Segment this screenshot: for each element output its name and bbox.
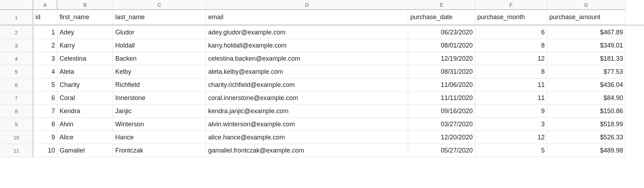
select-all-corner[interactable]	[0, 0, 33, 10]
cell-B6[interactable]: Charity	[57, 78, 113, 92]
cell-C3[interactable]: Holdall	[113, 39, 206, 52]
cell-A7[interactable]: 6	[33, 92, 57, 105]
cell-E6[interactable]: 11/06/2020	[408, 78, 475, 92]
cell-E4[interactable]: 12/19/2020	[408, 52, 475, 65]
cell-F8[interactable]: 9	[475, 105, 547, 118]
cell-E10[interactable]: 12/20/2020	[408, 131, 475, 144]
cell-D10[interactable]: alice.hance@example.com	[206, 131, 408, 144]
cell-A4[interactable]: 3	[33, 52, 57, 65]
row-header-11[interactable]: 11	[0, 144, 33, 157]
cell-E11[interactable]: 05/27/2020	[408, 144, 475, 157]
cell-F4[interactable]: 12	[475, 52, 547, 65]
cell-B4[interactable]: Celestina	[57, 52, 113, 65]
cell-G9[interactable]: $518.99	[547, 118, 626, 131]
cell-B10[interactable]: Alice	[57, 131, 113, 144]
cell-A10[interactable]: 9	[33, 131, 57, 144]
cell-E5[interactable]: 08/31/2020	[408, 65, 475, 78]
cell-D11[interactable]: gamaliel.frontczak@example.com	[206, 144, 408, 157]
cell-C4[interactable]: Backen	[113, 52, 206, 65]
row-header-2[interactable]: 2	[0, 26, 33, 39]
row-header-9[interactable]: 9	[0, 118, 33, 131]
cell-G4[interactable]: $181.33	[547, 52, 626, 65]
cell-D1[interactable]: email	[206, 10, 408, 24]
cell-G6[interactable]: $436.04	[547, 78, 626, 92]
cell-E1[interactable]: purchase_date	[408, 10, 475, 24]
cell-F6[interactable]: 11	[475, 78, 547, 92]
row-header-8[interactable]: 8	[0, 105, 33, 118]
cell-E8[interactable]: 09/16/2020	[408, 105, 475, 118]
col-header-B[interactable]: B	[57, 0, 113, 10]
cell-B3[interactable]: Karry	[57, 39, 113, 52]
cell-C5[interactable]: Kelby	[113, 65, 206, 78]
cell-G8[interactable]: $150.86	[547, 105, 626, 118]
cell-A11[interactable]: 10	[33, 144, 57, 157]
cell-B11[interactable]: Gamaliel	[57, 144, 113, 157]
cell-E2[interactable]: 06/23/2020	[408, 26, 475, 39]
cell-B2[interactable]: Adey	[57, 26, 113, 39]
cell-C11[interactable]: Frontczak	[113, 144, 206, 157]
cell-E7[interactable]: 11/11/2020	[408, 92, 475, 105]
row-header-4[interactable]: 4	[0, 52, 33, 65]
cell-F10[interactable]: 12	[475, 131, 547, 144]
cell-F9[interactable]: 3	[475, 118, 547, 131]
cell-B8[interactable]: Kendra	[57, 105, 113, 118]
row-header-10[interactable]: 10	[0, 131, 33, 144]
row-header-6[interactable]: 6	[0, 78, 33, 92]
row-header-5[interactable]: 5	[0, 65, 33, 78]
cell-A8[interactable]: 7	[33, 105, 57, 118]
cell-B5[interactable]: Aleta	[57, 65, 113, 78]
cell-D7[interactable]: coral.innerstone@example.com	[206, 92, 408, 105]
cell-G1[interactable]: purchase_amount	[547, 10, 626, 24]
cell-A6[interactable]: 5	[33, 78, 57, 92]
cell-F5[interactable]: 8	[475, 65, 547, 78]
cell-D2[interactable]: adey.gludor@example.com	[206, 26, 408, 39]
cell-A9[interactable]: 8	[33, 118, 57, 131]
cell-F7[interactable]: 11	[475, 92, 547, 105]
row-header-1[interactable]: 1	[0, 10, 33, 24]
cell-B7[interactable]: Coral	[57, 92, 113, 105]
cell-E3[interactable]: 08/01/2020	[408, 39, 475, 52]
col-header-E[interactable]: E	[408, 0, 475, 10]
cell-G5[interactable]: $77.53	[547, 65, 626, 78]
cell-A2[interactable]: 1	[33, 26, 57, 39]
cell-F3[interactable]: 8	[475, 39, 547, 52]
col-header-D[interactable]: D	[206, 0, 408, 10]
cell-C7[interactable]: Innerstone	[113, 92, 206, 105]
cell-A1[interactable]: id	[33, 10, 57, 24]
cell-A3[interactable]: 2	[33, 39, 57, 52]
cell-C6[interactable]: Richfield	[113, 78, 206, 92]
cell-G11[interactable]: $489.98	[547, 144, 626, 157]
cell-G10[interactable]: $526.33	[547, 131, 626, 144]
cell-F11[interactable]: 5	[475, 144, 547, 157]
cell-D5[interactable]: aleta.kelby@example.com	[206, 65, 408, 78]
spreadsheet[interactable]: A B C D E F G 1 id first_name last_name …	[0, 0, 644, 157]
cell-A5[interactable]: 4	[33, 65, 57, 78]
cell-F2[interactable]: 6	[475, 26, 547, 39]
cell-C1[interactable]: last_name	[113, 10, 206, 24]
cell-C10[interactable]: Hance	[113, 131, 206, 144]
cell-B1[interactable]: first_name	[57, 10, 113, 24]
row-header-3[interactable]: 3	[0, 39, 33, 52]
col-header-G[interactable]: G	[547, 0, 626, 10]
cell-D9[interactable]: alvin.winterson@example.com	[206, 118, 408, 131]
col-header-F[interactable]: F	[475, 0, 547, 10]
cell-D8[interactable]: kendra.janjic@example.com	[206, 105, 408, 118]
cell-D3[interactable]: karry.holdall@example.com	[206, 39, 408, 52]
cell-C2[interactable]: Gludor	[113, 26, 206, 39]
cell-C8[interactable]: Janjic	[113, 105, 206, 118]
cell-D4[interactable]: celestina.backen@example.com	[206, 52, 408, 65]
cell-D6[interactable]: charity.richfield@example.com	[206, 78, 408, 92]
cell-G2[interactable]: $467.89	[547, 26, 626, 39]
cell-G3[interactable]: $349.01	[547, 39, 626, 52]
row-header-7[interactable]: 7	[0, 92, 33, 105]
cell-C9[interactable]: Winterson	[113, 118, 206, 131]
col-header-C[interactable]: C	[113, 0, 206, 10]
col-header-A[interactable]: A	[33, 0, 57, 10]
cell-B9[interactable]: Alvin	[57, 118, 113, 131]
cell-E9[interactable]: 03/27/2020	[408, 118, 475, 131]
cell-G7[interactable]: $84.90	[547, 92, 626, 105]
cell-F1[interactable]: purchase_month	[475, 10, 547, 24]
